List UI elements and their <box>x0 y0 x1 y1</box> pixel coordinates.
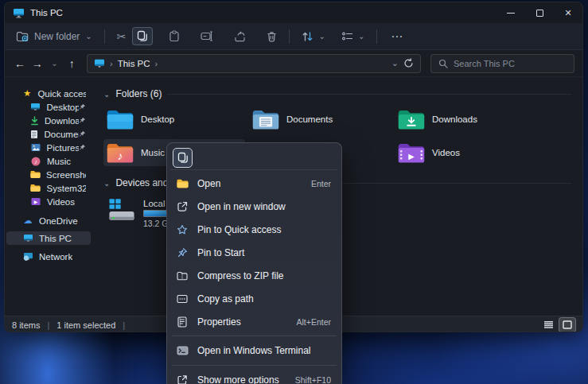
context-menu: Open Enter Open in new window Pin to Qui… <box>166 142 342 384</box>
open-new-window-icon <box>176 200 189 213</box>
copy-button[interactable] <box>132 27 153 45</box>
collapse-chevron-icon[interactable]: ⌄ <box>103 90 110 99</box>
new-folder-icon <box>16 31 29 42</box>
paste-icon <box>169 30 180 42</box>
back-button[interactable]: ← <box>13 54 27 73</box>
delete-button[interactable] <box>262 28 282 45</box>
menu-item-compress-to-zip[interactable]: Compress to ZIP file <box>170 264 338 287</box>
titlebar: This PC ✕ <box>5 2 582 23</box>
minimize-button[interactable] <box>496 2 525 23</box>
folders-section-header[interactable]: ⌄ Folders (6) <box>103 87 582 100</box>
view-button[interactable]: ⌄ <box>337 28 369 45</box>
search-input[interactable] <box>454 59 567 68</box>
up-button[interactable]: ↑ <box>64 54 79 73</box>
sidebar-item-screenshots[interactable]: Screenshots <box>6 168 91 181</box>
pin-icon <box>79 116 86 126</box>
navigation-bar: ← → ⌄ ↑ › This PC › ⌄ <box>5 50 582 77</box>
menu-item-open[interactable]: Open Enter <box>170 172 338 195</box>
see-more-button[interactable]: ⋯ <box>384 29 410 44</box>
menu-item-pin-to-quick-access[interactable]: Pin to Quick access <box>170 218 338 241</box>
maximize-icon <box>536 10 543 17</box>
pin-icon <box>79 130 86 139</box>
pictures-icon <box>30 143 41 152</box>
refresh-icon[interactable] <box>403 58 414 68</box>
this-pc-icon <box>22 234 33 242</box>
breadcrumb-this-pc[interactable]: This PC <box>118 59 150 68</box>
downloads-folder-icon <box>398 108 425 130</box>
sidebar-item-desktop[interactable]: Desktop <box>6 100 91 114</box>
properties-icon <box>176 316 189 328</box>
toolbar-divider <box>376 29 377 44</box>
address-dropdown-icon[interactable]: ⌄ <box>391 58 399 68</box>
sidebar-item-label: System32 <box>47 184 86 193</box>
sort-icon <box>302 31 313 42</box>
sidebar-item-downloads[interactable]: Downloads <box>6 114 91 127</box>
sidebar-item-documents[interactable]: Documents <box>6 127 91 141</box>
star-icon: ★ <box>22 88 32 99</box>
sidebar-item-label: Pictures <box>47 143 79 153</box>
folder-tile-documents[interactable]: Documents <box>249 106 391 133</box>
documents-icon <box>30 130 38 139</box>
collapse-chevron-icon[interactable]: ⌄ <box>103 179 110 188</box>
menu-item-open-in-windows-terminal[interactable]: Open in Windows Terminal <box>170 339 338 363</box>
share-button[interactable] <box>229 28 251 45</box>
address-bar[interactable]: › This PC › ⌄ <box>87 54 421 73</box>
search-box[interactable] <box>430 54 574 73</box>
sidebar-item-label: Desktop <box>46 103 79 112</box>
music-folder-icon: ♪ <box>107 142 134 164</box>
window-title: This PC <box>30 8 63 17</box>
sidebar-item-music[interactable]: ♪ Music <box>6 154 91 168</box>
new-folder-button[interactable]: New folder ⌄ <box>11 28 97 45</box>
folder-tile-desktop[interactable]: Desktop <box>103 106 245 133</box>
cut-icon: ✂ <box>117 30 127 43</box>
large-icons-view-button[interactable] <box>559 318 575 332</box>
sidebar-item-system32[interactable]: System32 <box>6 181 91 195</box>
sidebar-item-onedrive[interactable]: ☁ OneDrive <box>6 214 91 227</box>
menu-item-properties[interactable]: Properties Alt+Enter <box>170 310 338 333</box>
rename-button[interactable] <box>196 28 218 45</box>
network-icon <box>22 252 33 261</box>
sidebar-item-network[interactable]: Network <box>6 250 91 263</box>
windows-terminal-icon <box>176 344 189 357</box>
breadcrumb-separator[interactable]: › <box>155 59 158 68</box>
close-button[interactable]: ✕ <box>554 2 582 23</box>
folder-tile-label: Downloads <box>432 114 477 124</box>
svg-text:▶: ▶ <box>408 152 415 161</box>
recent-locations-button[interactable]: ⌄ <box>48 54 62 73</box>
forward-button[interactable]: → <box>30 54 45 73</box>
menu-item-pin-to-start[interactable]: Pin to Start <box>170 241 338 264</box>
minimize-icon <box>507 13 515 14</box>
paste-button[interactable] <box>164 27 185 45</box>
local-disk-icon <box>107 198 137 223</box>
details-view-button[interactable] <box>540 318 556 332</box>
desktop-folder-icon <box>107 108 134 130</box>
menu-item-open-in-new-window[interactable]: Open in new window <box>170 195 338 218</box>
sidebar-item-quick-access[interactable]: ★ Quick access <box>6 87 91 100</box>
svg-text:♪: ♪ <box>34 157 37 165</box>
sidebar-item-label: Music <box>47 157 71 166</box>
zip-folder-icon <box>176 270 189 282</box>
sidebar-item-label: Videos <box>47 197 75 207</box>
maximize-button[interactable] <box>525 2 554 23</box>
view-icon <box>341 31 353 41</box>
music-icon: ♪ <box>30 157 41 166</box>
menu-item-show-more-options[interactable]: Show more options Shift+F10 <box>170 368 338 384</box>
sidebar-item-label: This PC <box>39 234 72 243</box>
large-icons-view-icon <box>563 320 572 329</box>
menu-item-copy-as-path[interactable]: Copy as path <box>170 287 338 310</box>
folder-tile-videos[interactable]: ▶ Videos <box>395 139 536 166</box>
sort-button[interactable]: ⌄ <box>297 28 329 45</box>
search-icon <box>438 59 448 68</box>
folder-tile-downloads[interactable]: Downloads <box>395 106 536 133</box>
cut-button[interactable]: ✂ <box>112 27 131 46</box>
copy-command-button[interactable] <box>173 148 193 168</box>
pin-icon <box>79 103 86 112</box>
sidebar-item-label: Downloads <box>45 116 79 126</box>
sidebar-item-this-pc[interactable]: This PC <box>6 231 91 245</box>
sidebar-item-videos[interactable]: ▶ Videos <box>6 195 91 208</box>
details-view-icon <box>543 320 554 329</box>
show-more-options-icon <box>176 374 189 384</box>
menu-separator <box>172 365 337 366</box>
sidebar-item-pictures[interactable]: Pictures <box>6 141 91 154</box>
toolbar-divider <box>104 29 105 44</box>
